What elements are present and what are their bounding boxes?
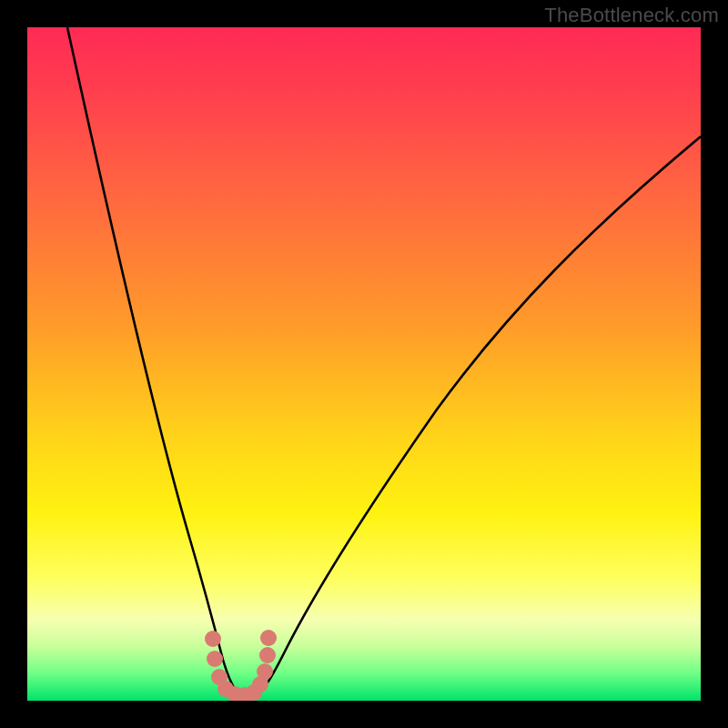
svg-point-8 — [257, 663, 273, 680]
plot-area — [27, 27, 701, 701]
svg-point-0 — [205, 631, 221, 647]
right-branch — [257, 136, 701, 696]
curve-layer — [27, 27, 701, 701]
left-branch — [67, 27, 238, 694]
valley-dots — [205, 630, 277, 701]
chart-frame: TheBottleneck.com — [0, 0, 728, 728]
svg-point-10 — [260, 630, 277, 646]
svg-point-9 — [259, 647, 276, 663]
watermark-text: TheBottleneck.com — [544, 4, 719, 27]
svg-point-1 — [207, 651, 223, 667]
